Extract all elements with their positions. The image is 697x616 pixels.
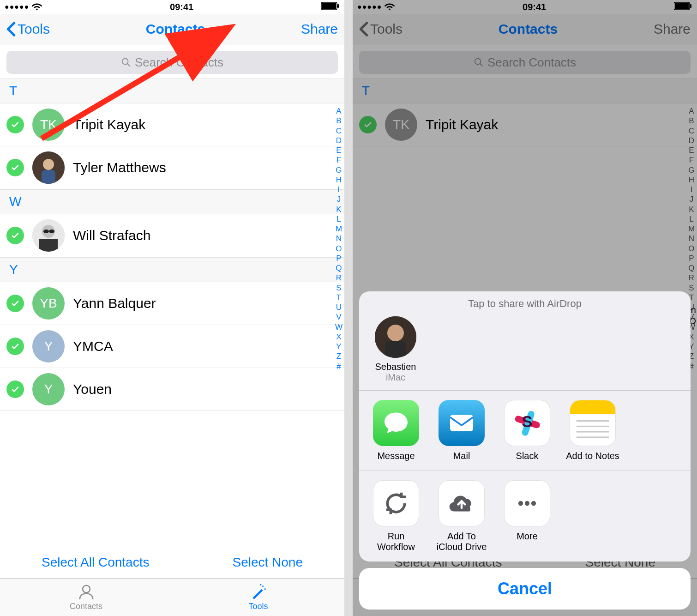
checkmark-icon[interactable]: [6, 159, 24, 176]
contact-row[interactable]: Y Youen: [0, 368, 344, 411]
contact-name: Youen: [73, 381, 112, 397]
select-none-button[interactable]: Select None: [232, 555, 303, 570]
cancel-button[interactable]: Cancel: [359, 568, 691, 610]
svg-rect-32: [570, 400, 615, 414]
checkmark-icon[interactable]: [6, 227, 24, 244]
action-more[interactable]: More: [499, 480, 555, 552]
search-icon: [121, 57, 131, 67]
avatar: TK: [385, 109, 417, 141]
svg-point-15: [264, 588, 265, 590]
svg-text:S: S: [522, 412, 532, 430]
select-all-button[interactable]: Select All Contacts: [42, 555, 149, 570]
avatar: TK: [32, 109, 65, 141]
svg-rect-12: [39, 239, 58, 252]
index-rail[interactable]: ABCDEFGHIJKLMNOPQRSTUVWXYZ#: [335, 106, 342, 371]
checkmark-icon[interactable]: [359, 116, 377, 133]
action-icloud-drive[interactable]: Add To iCloud Drive: [434, 480, 489, 552]
avatar: Y: [32, 373, 65, 405]
more-icon: [504, 480, 550, 526]
signal-dots-icon: ●●●●●: [5, 3, 29, 11]
search-icon: [474, 57, 484, 67]
svg-rect-35: [577, 431, 609, 433]
svg-point-38: [525, 501, 529, 506]
share-app-message[interactable]: Message: [368, 400, 424, 461]
share-button[interactable]: Share: [654, 21, 691, 37]
avatar: [32, 151, 65, 184]
signal-dots-icon: ●●●●●: [357, 3, 382, 11]
search-input[interactable]: Search Contacts: [359, 51, 691, 74]
contact-row[interactable]: TK Tripit Kayak: [0, 103, 344, 146]
contact-name: Tyler Matthews: [73, 160, 166, 175]
battery-icon: [321, 2, 340, 12]
svg-point-3: [122, 59, 128, 65]
nav-bar: Tools Contacts Share: [0, 14, 344, 44]
back-label: Tools: [18, 21, 50, 37]
contact-row[interactable]: YB Yann Balquer: [0, 282, 344, 325]
share-app-notes[interactable]: Add to Notes: [565, 400, 620, 461]
wifi-icon: [32, 1, 42, 13]
contact-name: YMCA: [73, 338, 113, 354]
avatar: Y: [32, 330, 65, 362]
checkmark-icon[interactable]: [6, 380, 24, 398]
checkmark-icon[interactable]: [6, 338, 24, 355]
svg-rect-7: [42, 170, 55, 184]
svg-point-39: [531, 501, 536, 506]
airdrop-name: Sebastien: [370, 362, 421, 372]
airdrop-contact[interactable]: Sebastien iMac: [370, 316, 421, 383]
action-run-workflow[interactable]: Run Workflow: [368, 480, 424, 552]
bottom-actions: Select All Contacts Select None: [0, 546, 344, 578]
message-icon: [373, 400, 419, 446]
status-bar: ●●●●● 09:41: [353, 0, 697, 14]
section-header-t: T: [0, 79, 344, 103]
svg-rect-27: [385, 341, 406, 358]
tab-tools[interactable]: Tools: [172, 579, 344, 616]
svg-rect-36: [577, 436, 609, 438]
section-header-t: T: [353, 79, 697, 103]
checkmark-icon[interactable]: [6, 116, 24, 133]
search-input[interactable]: Search Contacts: [6, 51, 338, 74]
nav-bar: Tools Contacts Share: [353, 14, 697, 44]
contact-row[interactable]: Tyler Matthews: [0, 146, 344, 189]
status-time: 09:41: [523, 2, 546, 12]
tab-contacts[interactable]: Contacts: [0, 579, 172, 616]
slack-icon: S: [504, 400, 550, 446]
checkmark-icon[interactable]: [6, 295, 24, 312]
battery-icon: [674, 2, 692, 12]
contact-name: Yann Balquer: [73, 296, 156, 311]
contact-row[interactable]: TK Tripit Kayak: [353, 103, 697, 146]
mail-icon: [439, 400, 485, 446]
svg-rect-21: [690, 4, 691, 8]
screenshot-right: ●●●●● 09:41 Tools Contacts Share Search …: [353, 0, 697, 616]
page-title: Contacts: [499, 21, 558, 37]
back-button[interactable]: Tools: [359, 21, 403, 37]
share-button[interactable]: Share: [301, 21, 338, 37]
share-apps-row: Message Mail S Slack: [359, 391, 691, 471]
contact-row[interactable]: Will Strafach: [0, 214, 344, 257]
notes-icon: [570, 400, 616, 446]
status-bar: ●●●●● 09:41: [0, 0, 344, 14]
avatar: YB: [32, 287, 65, 320]
section-header-y: Y: [0, 257, 344, 282]
svg-line-4: [127, 64, 130, 66]
search-placeholder: Search Contacts: [135, 55, 223, 70]
svg-point-22: [475, 59, 481, 65]
svg-point-14: [262, 586, 263, 587]
tab-bar: Contacts Tools: [0, 578, 344, 616]
svg-line-23: [480, 64, 483, 66]
wifi-icon: [385, 1, 395, 13]
contact-name: Tripit Kayak: [426, 117, 498, 133]
avatar: [32, 219, 65, 252]
contact-name: Will Strafach: [73, 228, 150, 243]
back-button[interactable]: Tools: [6, 21, 50, 37]
contact-row[interactable]: Y YMCA: [0, 325, 344, 368]
contact-name: Tripit Kayak: [73, 117, 145, 133]
svg-rect-33: [577, 420, 609, 422]
contacts-icon: [78, 583, 95, 601]
share-app-slack[interactable]: S Slack: [499, 400, 555, 461]
svg-point-16: [260, 584, 261, 586]
svg-rect-28: [450, 415, 473, 431]
wand-icon: [250, 583, 267, 601]
share-app-mail[interactable]: Mail: [434, 400, 489, 461]
screenshot-left: ●●●●● 09:41 Tools Contacts Share Search …: [0, 0, 344, 616]
share-sheet: Tap to share with AirDrop Sebastien iMac…: [359, 291, 691, 610]
